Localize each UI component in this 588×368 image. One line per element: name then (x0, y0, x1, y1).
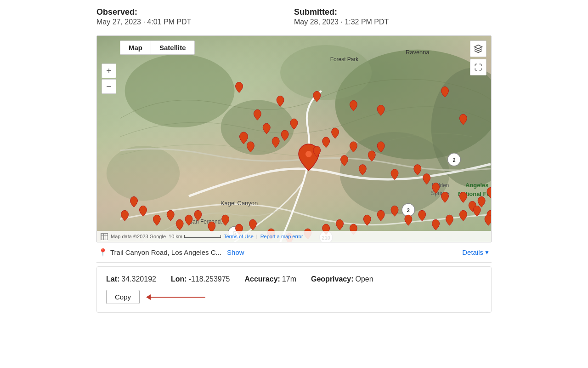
lat-item: Lat: 34.320192 (106, 275, 156, 283)
submitted-block: Submitted: May 28, 2023 · 1:32 PM PDT (294, 7, 492, 26)
svg-text:Kagel Canyon: Kagel Canyon (220, 200, 258, 207)
report-map-link[interactable]: Report a map error (260, 234, 303, 239)
location-pin-icon: 📍 (98, 248, 107, 257)
map-background: 5 210 2 2 Forest Park Ravenna Kagel Cany… (97, 36, 491, 242)
scale-bar: 10 km (169, 234, 221, 239)
svg-text:National Fore: National Fore (458, 190, 491, 197)
content-area: Observed: May 27, 2023 · 4:01 PM PDT Sub… (87, 0, 501, 313)
lon-item: Lon: -118.253975 (171, 275, 230, 283)
copy-row: Copy (106, 290, 482, 304)
map-container[interactable]: 5 210 2 2 Forest Park Ravenna Kagel Cany… (96, 35, 492, 242)
metadata-row: Observed: May 27, 2023 · 4:01 PM PDT Sub… (96, 0, 492, 31)
svg-point-11 (402, 203, 415, 216)
observed-value: May 27, 2023 · 4:01 PM PDT (96, 18, 191, 26)
lat-label: Lat: (106, 275, 119, 283)
map-type-satellite-button[interactable]: Satellite (151, 41, 194, 54)
copy-arrow (146, 294, 205, 300)
copy-button[interactable]: Copy (106, 290, 140, 304)
observed-label: Observed: (96, 7, 294, 17)
svg-text:Ravenna: Ravenna (406, 49, 430, 56)
details-link[interactable]: Details ▼ (462, 248, 490, 256)
google-grid-icon (101, 233, 108, 240)
lat-value: 34.320192 (121, 275, 156, 283)
accuracy-value: 17m (282, 275, 296, 283)
page-wrapper: Observed: May 27, 2023 · 4:01 PM PDT Sub… (0, 0, 588, 368)
svg-text:San Fernand...: San Fernand... (189, 218, 225, 225)
svg-text:Springs: Springs (431, 190, 450, 196)
coordinates-section: Lat: 34.320192 Lon: -118.253975 Accuracy… (96, 266, 492, 313)
svg-point-1 (335, 50, 491, 160)
zoom-in-button[interactable]: + (102, 63, 116, 78)
map-type-map-button[interactable]: Map (120, 41, 151, 54)
map-footer: Map data ©2023 Google 10 km Terms of Use… (97, 231, 491, 242)
arrow-line (150, 297, 205, 298)
fullscreen-button[interactable] (470, 59, 486, 75)
lon-value: -118.253975 (189, 275, 230, 283)
svg-point-3 (221, 100, 294, 155)
accuracy-item: Accuracy: 17m (244, 275, 296, 283)
svg-point-4 (340, 132, 450, 214)
geoprivacy-label: Geoprivacy: (311, 275, 353, 283)
svg-text:2: 2 (452, 157, 455, 163)
svg-point-5 (431, 68, 491, 187)
observed-block: Observed: May 27, 2023 · 4:01 PM PDT (96, 7, 294, 26)
svg-text:Forest Park: Forest Park (330, 56, 359, 63)
map-zoom-controls: + − (102, 40, 116, 94)
layers-button[interactable] (470, 40, 486, 57)
location-name: Trail Canyon Road, Los Angeles C... (110, 248, 221, 256)
svg-point-0 (125, 54, 235, 127)
terms-link[interactable]: Terms of Use (224, 234, 254, 239)
map-type-toggle[interactable]: Map Satellite (120, 40, 195, 55)
details-chevron-icon: ▼ (484, 249, 490, 256)
details-label: Details (462, 248, 483, 256)
road-overlay: 5 210 2 2 Forest Park Ravenna Kagel Cany… (97, 36, 491, 242)
scale-line (184, 235, 221, 238)
scale-label: 10 km (169, 234, 182, 239)
zoom-out-button[interactable]: − (102, 79, 116, 94)
layers-icon (474, 44, 483, 53)
map-data-text: Map data ©2023 Google (111, 234, 166, 239)
map-topright-controls (470, 40, 486, 75)
geoprivacy-item: Geoprivacy: Open (311, 275, 373, 283)
svg-text:Angeles: Angeles (465, 182, 488, 189)
submitted-value: May 28, 2023 · 1:32 PM PDT (294, 18, 389, 26)
svg-point-13 (448, 153, 461, 166)
svg-point-23 (305, 151, 312, 157)
accuracy-label: Accuracy: (244, 275, 280, 283)
fullscreen-icon (474, 63, 482, 71)
lon-label: Lon: (171, 275, 187, 283)
location-text: 📍 Trail Canyon Road, Los Angeles C... Sh… (98, 248, 244, 257)
geoprivacy-value: Open (355, 275, 373, 283)
svg-text:2: 2 (407, 207, 410, 213)
svg-point-6 (107, 146, 180, 201)
svg-text:Hidden: Hidden (432, 182, 449, 189)
location-bar: 📍 Trail Canyon Road, Los Angeles C... Sh… (96, 242, 492, 263)
show-link[interactable]: Show (227, 248, 244, 256)
submitted-label: Submitted: (294, 7, 492, 17)
coordinates-row: Lat: 34.320192 Lon: -118.253975 Accuracy… (106, 275, 482, 283)
svg-point-2 (280, 45, 372, 100)
